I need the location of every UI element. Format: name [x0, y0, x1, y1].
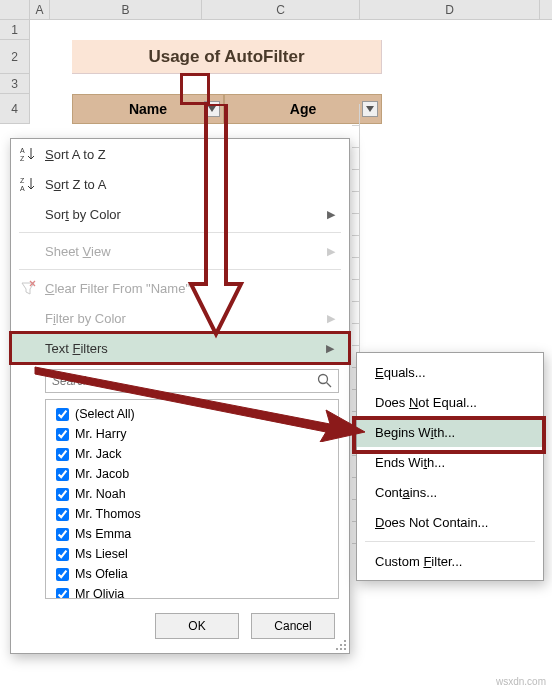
clear-filter-label: Clear Filter From "Name": [45, 281, 190, 296]
sort-az-icon: AZ: [19, 145, 37, 163]
row-header-3[interactable]: 3: [0, 74, 30, 94]
does-not-equal-item[interactable]: Does Not Equal...: [357, 387, 543, 417]
checkbox[interactable]: [56, 428, 69, 441]
col-header-b[interactable]: B: [50, 0, 202, 19]
chevron-right-icon: ▶: [327, 208, 335, 221]
checkbox[interactable]: [56, 528, 69, 541]
watermark: wsxdn.com: [496, 676, 546, 687]
filter-by-color-label: Filter by Color: [45, 311, 126, 326]
custom-filter-item[interactable]: Custom Filter...: [357, 546, 543, 576]
title-cell[interactable]: Usage of AutoFilter: [72, 40, 382, 74]
resize-grip-icon[interactable]: [335, 639, 347, 651]
svg-point-6: [340, 644, 342, 646]
svg-point-10: [344, 648, 346, 650]
header-age-label: Age: [290, 101, 316, 117]
list-item: Mr. Jack: [52, 444, 332, 464]
text-filters-submenu: Equals... Does Not Equal... Begins With.…: [356, 352, 544, 581]
svg-text:A: A: [20, 185, 25, 192]
checkbox[interactable]: [56, 508, 69, 521]
table-header-row: Name Age: [72, 94, 382, 124]
svg-text:A: A: [20, 147, 25, 154]
spreadsheet-grid: A B C D 1 2 3 4 Usage of AutoFilter Name…: [0, 0, 552, 124]
chevron-right-icon: ▶: [327, 245, 335, 258]
row-header-4[interactable]: 4: [0, 94, 30, 124]
list-item: Mr Olivia: [52, 584, 332, 599]
clear-filter-icon: [19, 279, 37, 297]
contains-item[interactable]: Contains...: [357, 477, 543, 507]
search-input[interactable]: [45, 369, 339, 393]
does-not-contain-item[interactable]: Does Not Contain...: [357, 507, 543, 537]
checkbox[interactable]: [56, 408, 69, 421]
checkbox[interactable]: [56, 488, 69, 501]
list-item: Mr. Jacob: [52, 464, 332, 484]
search-row: [11, 363, 349, 397]
filter-by-color-item: Filter by Color ▶: [11, 303, 349, 333]
col-header-d[interactable]: D: [360, 0, 540, 19]
checkbox[interactable]: [56, 468, 69, 481]
select-all-corner[interactable]: [0, 0, 30, 19]
column-headers: A B C D: [0, 0, 552, 20]
sort-za-icon: ZA: [19, 175, 37, 193]
svg-point-8: [336, 648, 338, 650]
list-item: (Select All): [52, 404, 332, 424]
list-item: Ms Liesel: [52, 544, 332, 564]
sheet-view-label: Sheet View: [45, 244, 111, 259]
sort-za-item[interactable]: ZA Sort Z to A: [11, 169, 349, 199]
list-item: Mr. Harry: [52, 424, 332, 444]
checkbox[interactable]: [56, 548, 69, 561]
row-header-1[interactable]: 1: [0, 20, 30, 40]
svg-point-4: [319, 375, 328, 384]
separator: [19, 269, 341, 270]
dropdown-arrow-icon: [208, 106, 216, 112]
list-item: Ms Emma: [52, 524, 332, 544]
checkbox[interactable]: [56, 448, 69, 461]
ok-button[interactable]: OK: [155, 613, 239, 639]
row-header-2[interactable]: 2: [0, 40, 30, 74]
chevron-right-icon: ▶: [326, 342, 334, 355]
age-filter-button[interactable]: [362, 101, 378, 117]
search-icon: [317, 373, 333, 389]
list-item: Mr. Noah: [52, 484, 332, 504]
separator: [19, 232, 341, 233]
list-item: Mr. Thomos: [52, 504, 332, 524]
name-filter-button[interactable]: [204, 101, 220, 117]
sort-za-label: Sort Z to A: [45, 177, 106, 192]
sheet-view-item: Sheet View ▶: [11, 236, 349, 266]
sort-by-color-item[interactable]: Sort by Color ▶: [11, 199, 349, 229]
filter-value-list[interactable]: (Select All) Mr. Harry Mr. Jack Mr. Jaco…: [45, 399, 339, 599]
checkbox[interactable]: [56, 568, 69, 581]
col-header-a[interactable]: A: [30, 0, 50, 19]
svg-text:Z: Z: [20, 155, 25, 162]
sort-az-item[interactable]: AZ Sort A to Z: [11, 139, 349, 169]
sort-by-color-label: Sort by Color: [45, 207, 121, 222]
equals-item[interactable]: Equals...: [357, 357, 543, 387]
begins-with-item[interactable]: Begins With...: [357, 417, 543, 447]
checkbox[interactable]: [56, 588, 69, 600]
autofilter-dropdown: AZ Sort A to Z ZA Sort Z to A Sort by Co…: [10, 138, 350, 654]
col-header-c[interactable]: C: [202, 0, 360, 19]
row-headers: 1 2 3 4: [0, 20, 30, 124]
clear-filter-item: Clear Filter From "Name": [11, 273, 349, 303]
text-filters-label: Text Filters: [45, 341, 108, 356]
svg-text:Z: Z: [20, 177, 25, 184]
header-name-label: Name: [129, 101, 167, 117]
ends-with-item[interactable]: Ends With...: [357, 447, 543, 477]
header-cell-name[interactable]: Name: [72, 94, 224, 124]
sort-az-label: Sort A to Z: [45, 147, 106, 162]
svg-point-7: [344, 644, 346, 646]
cancel-button[interactable]: Cancel: [251, 613, 335, 639]
svg-point-5: [344, 640, 346, 642]
svg-point-9: [340, 648, 342, 650]
separator: [365, 541, 535, 542]
text-filters-item[interactable]: Text Filters ▶: [9, 331, 351, 365]
dialog-buttons: OK Cancel: [11, 603, 349, 653]
list-item: Ms Ofelia: [52, 564, 332, 584]
dropdown-arrow-icon: [366, 106, 374, 112]
chevron-right-icon: ▶: [327, 312, 335, 325]
